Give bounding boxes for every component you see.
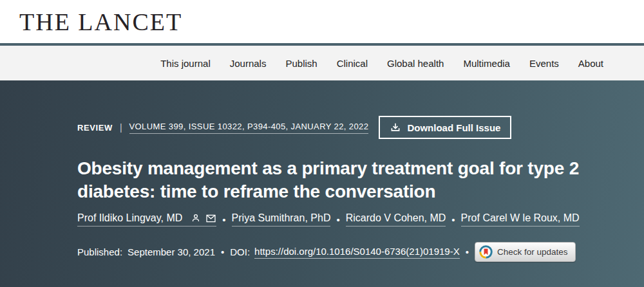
author-link-sumithran[interactable]: Priya Sumithran, PhD <box>232 212 331 227</box>
download-full-issue-button[interactable]: Download Full Issue <box>379 116 511 139</box>
doi-link[interactable]: https://doi.org/10.1016/S0140-6736(21)01… <box>254 246 460 259</box>
nav-item-events[interactable]: Events <box>529 58 559 69</box>
article-type-label: REVIEW <box>77 123 113 133</box>
envelope-icon[interactable] <box>205 214 216 223</box>
nav-item-multimedia[interactable]: Multimedia <box>463 58 510 69</box>
download-icon <box>390 122 401 133</box>
author-contact-icons <box>191 213 216 223</box>
nav-item-clinical[interactable]: Clinical <box>337 58 368 69</box>
author-name: Prof Ildiko Lingvay, MD <box>77 212 182 224</box>
author-separator: • <box>222 214 225 225</box>
check-for-updates-badge[interactable]: Check for updates <box>475 242 576 262</box>
issue-link[interactable]: VOLUME 399, ISSUE 10322, P394-405, JANUA… <box>129 122 369 134</box>
author-list: Prof Ildiko Lingvay, MD • Priya Sumithra… <box>77 212 618 227</box>
published-date: September 30, 2021 <box>128 246 215 257</box>
main-nav: This journal Journals Publish Clinical G… <box>0 46 644 80</box>
brand-bar: THE LANCET <box>0 0 644 43</box>
publish-separator: • <box>466 246 469 257</box>
article-meta: REVIEW | VOLUME 399, ISSUE 10322, P394-4… <box>77 116 618 139</box>
nav-item-about[interactable]: About <box>578 58 603 69</box>
publish-info: Published: September 30, 2021 • DOI: htt… <box>77 242 618 262</box>
author-link-cohen[interactable]: Ricardo V Cohen, MD <box>346 212 446 227</box>
download-button-label: Download Full Issue <box>407 122 500 133</box>
author-link-leroux[interactable]: Prof Carel W le Roux, MD <box>461 212 580 227</box>
person-icon[interactable] <box>191 213 201 223</box>
doi-label: DOI: <box>230 246 250 257</box>
author-separator: • <box>451 214 455 225</box>
nav-item-this-journal[interactable]: This journal <box>160 58 211 69</box>
nav-item-publish[interactable]: Publish <box>285 58 317 69</box>
author-link-lingvay[interactable]: Prof Ildiko Lingvay, MD <box>77 212 216 227</box>
published-label: Published: <box>77 246 122 257</box>
author-separator: • <box>336 214 339 225</box>
publish-separator: • <box>221 246 224 257</box>
nav-item-global-health[interactable]: Global health <box>387 58 444 69</box>
article-title: Obesity management as a primary treatmen… <box>77 157 618 203</box>
lancet-logo[interactable]: THE LANCET <box>19 8 182 36</box>
nav-item-journals[interactable]: Journals <box>230 58 267 69</box>
crossmark-label: Check for updates <box>497 247 568 257</box>
crossmark-logo-icon <box>479 245 493 259</box>
article-header: REVIEW | VOLUME 399, ISSUE 10322, P394-4… <box>0 80 644 287</box>
meta-pipe-separator: | <box>120 122 122 133</box>
